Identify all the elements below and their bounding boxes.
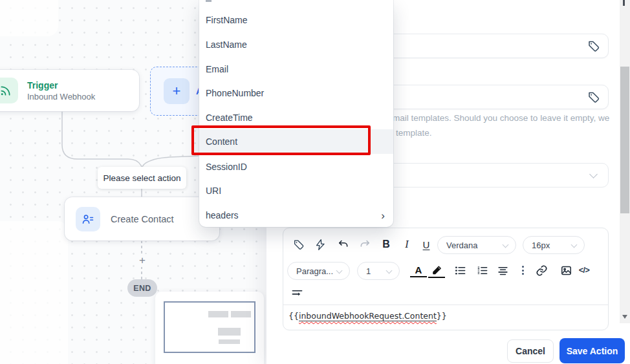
font-family-value: Verdana bbox=[446, 241, 477, 250]
merge-tag-token: inboundWebhookRequest.Content bbox=[299, 311, 437, 321]
chevron-down-icon bbox=[503, 242, 509, 248]
placeholder-bar bbox=[219, 339, 240, 344]
chevron-down-icon bbox=[589, 170, 598, 178]
dropdown-item-label: FirstName bbox=[206, 15, 248, 25]
dropdown-item-label: URI bbox=[206, 186, 221, 196]
field-hint-line1: mail templates. Should you choose to lea… bbox=[393, 113, 609, 123]
dropdown-item-lastname[interactable]: LastName bbox=[199, 32, 393, 57]
lightning-button[interactable] bbox=[312, 236, 329, 253]
dropdown-item-uri[interactable]: URI bbox=[199, 178, 393, 203]
placeholder-bar bbox=[218, 328, 241, 336]
dropdown-item-email[interactable]: Email bbox=[199, 57, 393, 81]
dropdown-item-sessionid[interactable]: SessionID bbox=[199, 155, 393, 179]
undo-button[interactable] bbox=[335, 236, 352, 253]
chevron-down-icon bbox=[386, 268, 393, 274]
align-button[interactable] bbox=[494, 262, 511, 279]
template-preview-frame bbox=[164, 301, 255, 353]
dropdown-item-content[interactable]: Content bbox=[199, 129, 393, 154]
dropdown-item-label: Content bbox=[206, 136, 237, 147]
line-height-value: 1 bbox=[366, 266, 371, 276]
text-color-button[interactable]: A bbox=[410, 263, 427, 277]
paragraph-style-value: Paragra... bbox=[296, 266, 333, 276]
dropdown-item-label: Email bbox=[206, 64, 228, 74]
editor-divider bbox=[283, 305, 608, 305]
image-button[interactable] bbox=[558, 262, 574, 279]
line-height-select[interactable]: 1 bbox=[357, 262, 400, 280]
clipped-menu-item[interactable] bbox=[206, 0, 212, 2]
placeholder-bar bbox=[208, 311, 228, 317]
dropdown-item-phonenumber[interactable]: PhoneNumber bbox=[199, 81, 393, 105]
submenu-chevron-icon: › bbox=[381, 210, 385, 221]
tag-icon[interactable] bbox=[587, 39, 600, 53]
dropdown-item-label: PhoneNumber bbox=[206, 88, 264, 98]
editor-content[interactable]: {{inboundWebhookRequest.Content}} bbox=[288, 311, 447, 321]
redo-button[interactable] bbox=[356, 236, 373, 253]
contact-person-icon bbox=[76, 207, 100, 231]
bold-button[interactable]: B bbox=[378, 236, 395, 253]
select-action-placeholder[interactable]: Please select action bbox=[98, 167, 186, 189]
add-step-plus-icon[interactable]: + bbox=[135, 254, 149, 267]
end-badge: END bbox=[127, 279, 157, 297]
dropdown-item-createtime[interactable]: CreateTime bbox=[199, 105, 393, 130]
font-family-select[interactable]: Verdana bbox=[437, 236, 516, 254]
trigger-node-title: Trigger bbox=[27, 80, 95, 91]
screen: Trigger Inbound Webhook + Add Please sel… bbox=[0, 0, 630, 364]
chevron-down-icon bbox=[571, 242, 578, 248]
create-contact-node[interactable]: Create Contact bbox=[65, 197, 219, 241]
paragraph-style-select[interactable]: Paragra... bbox=[287, 262, 350, 280]
tag-icon[interactable] bbox=[587, 91, 600, 104]
field-hint-line2: template. bbox=[396, 128, 432, 138]
chevron-down-icon bbox=[336, 268, 343, 274]
placeholder-bar bbox=[231, 311, 251, 317]
panel-scrollbar-thumb[interactable] bbox=[620, 67, 629, 213]
bullet-list-button[interactable] bbox=[451, 262, 468, 279]
dropdown-item-firstname[interactable]: FirstName bbox=[199, 8, 393, 32]
cancel-button[interactable]: Cancel bbox=[507, 339, 554, 363]
italic-button[interactable]: I bbox=[398, 236, 415, 253]
text-wrap-button[interactable] bbox=[288, 285, 305, 302]
underline-button[interactable]: U bbox=[418, 236, 435, 253]
trigger-node-subtitle: Inbound Webhook bbox=[27, 92, 95, 102]
template-preview-card[interactable] bbox=[155, 292, 264, 364]
numbered-list-button[interactable] bbox=[473, 262, 490, 279]
link-button[interactable] bbox=[533, 262, 550, 279]
scrollbar-down-arrow-icon[interactable] bbox=[622, 315, 627, 319]
scrollbar-top-mark bbox=[623, 0, 625, 6]
create-contact-label: Create Contact bbox=[111, 214, 174, 224]
merge-tag-button[interactable] bbox=[290, 236, 307, 253]
font-size-value: 16px bbox=[532, 241, 550, 250]
more-options-button[interactable] bbox=[514, 262, 531, 279]
plus-icon: + bbox=[164, 78, 190, 104]
dropdown-item-label: headers bbox=[206, 210, 239, 220]
dropdown-item-label: LastName bbox=[206, 39, 247, 50]
save-action-button[interactable]: Save Action bbox=[559, 338, 625, 363]
webhook-field-dropdown: FirstName LastName Email PhoneNumber Cre… bbox=[199, 0, 393, 227]
dropdown-item-label: CreateTime bbox=[206, 112, 253, 123]
highlight-color-button[interactable] bbox=[428, 262, 445, 278]
trigger-node[interactable]: Trigger Inbound Webhook bbox=[0, 70, 139, 111]
dropdown-item-headers[interactable]: headers › bbox=[199, 203, 393, 227]
merge-tag-suffix: }} bbox=[437, 311, 447, 321]
merge-tag-prefix: {{ bbox=[288, 311, 299, 321]
rich-text-editor: B I U Verdana 16px Paragra... 1 A bbox=[283, 228, 609, 330]
code-view-button[interactable]: </> bbox=[576, 262, 592, 279]
dropdown-item-label: SessionID bbox=[206, 162, 247, 172]
font-size-select[interactable]: 16px bbox=[523, 236, 585, 254]
webhook-signal-icon bbox=[0, 78, 18, 103]
